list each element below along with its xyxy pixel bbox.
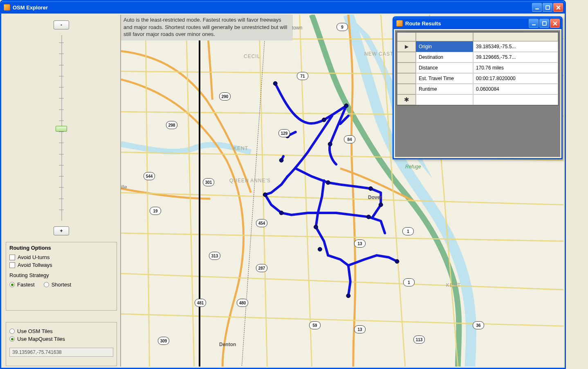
svg-point-7 bbox=[279, 158, 283, 162]
shield-1b: 1 bbox=[403, 278, 415, 286]
mapquest-tiles-label: Use MapQuest Tiles bbox=[17, 336, 65, 342]
shield-287: 287 bbox=[256, 264, 267, 272]
shortest-radio[interactable] bbox=[44, 282, 49, 287]
svg-point-10 bbox=[314, 225, 318, 229]
row-header[interactable] bbox=[397, 63, 416, 73]
tiles-group: Use OSM Tiles Use MapQuest Tiles bbox=[6, 322, 117, 366]
label-queen-annes: QUEEN ANNE'S bbox=[229, 178, 271, 183]
shield-544: 544 bbox=[144, 172, 155, 180]
fastest-label: Fastest bbox=[17, 282, 35, 288]
routing-strategy-label: Routing Strategy bbox=[9, 272, 113, 278]
svg-point-14 bbox=[395, 259, 399, 264]
coord-field[interactable] bbox=[9, 348, 113, 357]
results-titlebar[interactable]: Route Results bbox=[394, 18, 561, 29]
svg-point-5 bbox=[328, 142, 332, 146]
results-grid[interactable]: ▶ Origin 39.185349,-75.5... Destination … bbox=[397, 32, 559, 105]
row-indicator[interactable]: ▶ bbox=[397, 41, 416, 52]
shield-36: 36 bbox=[473, 321, 484, 329]
results-title: Route Results bbox=[405, 20, 529, 27]
svg-point-13 bbox=[367, 215, 371, 219]
grid-value-destination[interactable]: 39.129665,-75.7... bbox=[473, 52, 558, 63]
grid-label-traveltime[interactable]: Est. Travel Time bbox=[416, 73, 473, 84]
shield-481: 481 bbox=[195, 299, 206, 307]
shield-13: 13 bbox=[354, 239, 366, 248]
results-client: ▶ Origin 39.185349,-75.5... Destination … bbox=[395, 30, 560, 157]
left-panel: - + Routing Options Av bbox=[2, 15, 121, 367]
row-header[interactable] bbox=[397, 52, 416, 63]
svg-rect-0 bbox=[535, 8, 539, 9]
mapquest-tiles-radio[interactable] bbox=[9, 336, 15, 342]
shield-290: 290 bbox=[219, 92, 231, 101]
svg-point-17 bbox=[326, 181, 330, 185]
grid-value-distance[interactable]: 170.76 miles bbox=[473, 63, 558, 73]
label-ille: ille bbox=[121, 184, 127, 190]
meridian-line bbox=[199, 15, 200, 367]
svg-point-11 bbox=[369, 187, 373, 191]
main-titlebar[interactable]: OSM Explorer bbox=[1, 1, 565, 13]
results-minimize-button[interactable] bbox=[529, 19, 539, 28]
grid-new-label[interactable] bbox=[416, 94, 473, 105]
close-button[interactable] bbox=[553, 3, 563, 12]
minimize-button[interactable] bbox=[532, 3, 542, 12]
zoom-in-button[interactable]: + bbox=[54, 226, 69, 235]
shield-59: 59 bbox=[309, 321, 321, 329]
zoom-control: - + bbox=[2, 15, 120, 235]
svg-point-16 bbox=[318, 247, 322, 251]
avoid-uturns-label: Avoid U-turns bbox=[18, 254, 50, 260]
shield-9: 9 bbox=[337, 23, 348, 31]
grid-value-origin[interactable]: 39.185349,-75.5... bbox=[473, 41, 558, 52]
shield-298: 298 bbox=[166, 121, 177, 129]
shield-301: 301 bbox=[203, 178, 214, 186]
app-icon bbox=[4, 4, 10, 11]
shortest-label: Shortest bbox=[52, 282, 71, 288]
shield-19: 19 bbox=[150, 207, 161, 215]
main-title: OSM Explorer bbox=[13, 4, 532, 11]
svg-rect-1 bbox=[546, 6, 550, 9]
osm-tiles-radio[interactable] bbox=[9, 329, 15, 334]
svg-rect-20 bbox=[543, 22, 546, 25]
shield-129: 129 bbox=[278, 129, 290, 137]
avoid-tollways-label: Avoid Tollways bbox=[18, 262, 52, 268]
label-refuge: Refuge bbox=[405, 164, 421, 170]
zoom-slider[interactable] bbox=[58, 35, 65, 221]
zoom-out-button[interactable]: - bbox=[54, 20, 69, 29]
svg-point-8 bbox=[263, 192, 267, 197]
row-header[interactable] bbox=[397, 73, 416, 84]
shield-71: 71 bbox=[297, 72, 308, 80]
row-header[interactable] bbox=[397, 84, 416, 94]
shield-454: 454 bbox=[256, 219, 267, 227]
grid-value-traveltime[interactable]: 00:00:17.8020000 bbox=[473, 73, 558, 84]
shield-313: 313 bbox=[209, 252, 220, 260]
zoom-thumb[interactable] bbox=[56, 126, 67, 132]
shield-309: 309 bbox=[158, 337, 169, 345]
label-kent2: KENT bbox=[446, 282, 461, 288]
label-cecil: CECIL bbox=[244, 54, 260, 59]
grid-label-distance[interactable]: Distance bbox=[416, 63, 473, 73]
grid-new-value[interactable] bbox=[473, 94, 558, 105]
results-close-button[interactable] bbox=[550, 19, 560, 28]
new-row-indicator[interactable]: ✱ bbox=[397, 94, 416, 105]
shield-480: 480 bbox=[237, 299, 248, 307]
svg-rect-19 bbox=[532, 24, 536, 25]
grid-label-origin[interactable]: Origin bbox=[416, 41, 473, 52]
svg-point-12 bbox=[379, 203, 383, 207]
grid-value-runtime[interactable]: 0.0600084 bbox=[473, 84, 558, 94]
results-window[interactable]: Route Results ▶ Origin 39.185349,-75.5..… bbox=[393, 16, 563, 159]
avoid-tollways-checkbox[interactable] bbox=[9, 262, 15, 268]
shield-1a: 1 bbox=[402, 227, 414, 235]
results-maximize-button[interactable] bbox=[539, 19, 549, 28]
shield-13b: 13 bbox=[354, 325, 366, 333]
avoid-uturns-checkbox[interactable] bbox=[9, 255, 15, 260]
osm-tiles-label: Use OSM Tiles bbox=[17, 328, 53, 334]
svg-point-15 bbox=[346, 294, 350, 298]
label-dover: Dover bbox=[368, 195, 382, 200]
svg-point-3 bbox=[273, 81, 277, 85]
grid-label-runtime[interactable]: Runtime bbox=[416, 84, 473, 94]
grid-label-destination[interactable]: Destination bbox=[416, 52, 473, 63]
label-town: town bbox=[292, 25, 302, 31]
maximize-button[interactable] bbox=[543, 3, 552, 12]
label-kent: KENT bbox=[233, 145, 248, 151]
routing-options-legend: Routing Options bbox=[9, 245, 113, 253]
fastest-radio[interactable] bbox=[9, 282, 15, 287]
shield-84: 84 bbox=[344, 135, 355, 143]
